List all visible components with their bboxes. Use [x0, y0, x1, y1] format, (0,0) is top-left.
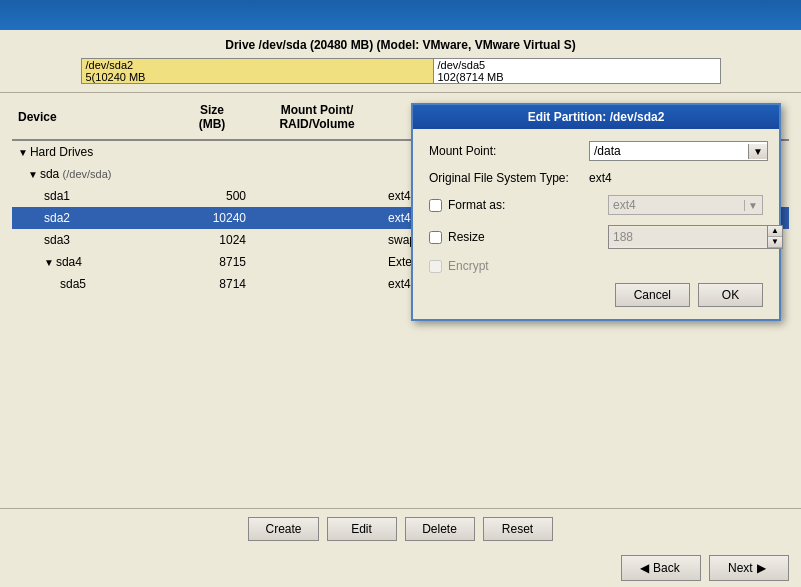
sda3-mount	[252, 239, 382, 241]
sda2-mount	[252, 217, 382, 219]
partition-sda5: /dev/sda5 102(8714 MB	[433, 58, 721, 84]
mount-point-input-wrap[interactable]: ▼	[589, 141, 768, 161]
drive-partitions: /dev/sda2 5(10240 MB /dev/sda5 102(8714 …	[81, 58, 721, 84]
format-as-checkbox[interactable]	[429, 199, 442, 212]
next-label: Next	[728, 561, 753, 575]
sda1-mount	[252, 195, 382, 197]
fs-type-row: Original File System Type: ext4	[429, 171, 763, 185]
partition-sda2: /dev/sda2 5(10240 MB	[81, 58, 433, 84]
dialog-body: Mount Point: ▼ Original File System Type…	[413, 129, 779, 319]
resize-spinners: ▲ ▼	[767, 226, 782, 248]
delete-button[interactable]: Delete	[405, 517, 475, 541]
sda4-size: 8715	[172, 254, 252, 270]
mount-point-input[interactable]	[590, 142, 748, 160]
expand-arrow: ▼	[18, 147, 28, 158]
sda2-size: 10240	[172, 210, 252, 226]
back-button[interactable]: ◀ Back	[621, 555, 701, 581]
partition-sda5-size: 102(8714 MB	[438, 71, 716, 83]
col-header-size: Size(MB)	[172, 99, 252, 135]
dialog-buttons: Cancel OK	[429, 283, 763, 307]
sda1-size: 500	[172, 188, 252, 204]
nav-buttons: ◀ Back Next ▶	[0, 549, 801, 587]
sda2-device: sda2	[12, 210, 172, 226]
dialog-titlebar: Edit Partition: /dev/sda2	[413, 105, 779, 129]
bottom-buttons: Create Edit Delete Reset	[0, 508, 801, 549]
create-button[interactable]: Create	[248, 517, 318, 541]
encrypt-row: Encrypt	[429, 259, 763, 273]
resize-spinner-wrap: ▲ ▼	[608, 225, 783, 249]
resize-checkbox[interactable]	[429, 231, 442, 244]
sda4-mount	[252, 261, 382, 263]
col-header-mount: Mount Point/RAID/Volume	[252, 99, 382, 135]
drive-sda-label: ▼ sda (/dev/sda)	[12, 166, 172, 182]
top-banner	[0, 0, 801, 30]
cancel-button[interactable]: Cancel	[615, 283, 690, 307]
resize-row: Resize ▲ ▼	[429, 225, 763, 249]
content-area: Device Size(MB) Mount Point/RAID/Volume …	[0, 93, 801, 508]
format-as-input-wrap: ext4 ▼	[608, 195, 763, 215]
edit-button[interactable]: Edit	[327, 517, 397, 541]
next-button[interactable]: Next ▶	[709, 555, 789, 581]
fs-type-label: Original File System Type:	[429, 171, 589, 185]
format-as-label: Format as:	[448, 198, 608, 212]
resize-up-btn[interactable]: ▲	[768, 226, 782, 237]
sda3-size: 1024	[172, 232, 252, 248]
sda3-device: sda3	[12, 232, 172, 248]
mount-point-dropdown[interactable]: ▼	[748, 144, 767, 159]
ok-button[interactable]: OK	[698, 283, 763, 307]
sda4-device: ▼ sda4	[12, 254, 172, 270]
back-label: Back	[653, 561, 680, 575]
sda1-device: sda1	[12, 188, 172, 204]
fs-type-value: ext4	[589, 171, 763, 185]
mount-point-row: Mount Point: ▼	[429, 141, 763, 161]
format-as-row: Format as: ext4 ▼	[429, 195, 763, 215]
back-icon: ◀	[640, 561, 649, 575]
col-header-device: Device	[12, 106, 172, 128]
partition-sda2-label: /dev/sda2	[86, 59, 429, 71]
encrypt-checkbox[interactable]	[429, 260, 442, 273]
next-icon: ▶	[757, 561, 766, 575]
drive-title: Drive /dev/sda (20480 MB) (Model: VMware…	[12, 38, 789, 52]
sda5-size: 8714	[172, 276, 252, 292]
sda5-mount	[252, 283, 382, 285]
drive-section: Drive /dev/sda (20480 MB) (Model: VMware…	[0, 30, 801, 93]
reset-button[interactable]: Reset	[483, 517, 553, 541]
encrypt-label: Encrypt	[448, 259, 489, 273]
resize-label: Resize	[448, 230, 608, 244]
resize-input[interactable]	[609, 228, 767, 246]
sda5-device: sda5	[12, 276, 172, 292]
resize-down-btn[interactable]: ▼	[768, 237, 782, 248]
partition-sda5-label: /dev/sda5	[438, 59, 716, 71]
edit-partition-dialog: Edit Partition: /dev/sda2 Mount Point: ▼…	[411, 103, 781, 321]
group-label: ▼ Hard Drives	[12, 144, 172, 160]
mount-point-label: Mount Point:	[429, 144, 589, 158]
partition-sda2-size: 5(10240 MB	[86, 71, 429, 83]
format-as-value: ext4 ▼	[608, 195, 763, 215]
